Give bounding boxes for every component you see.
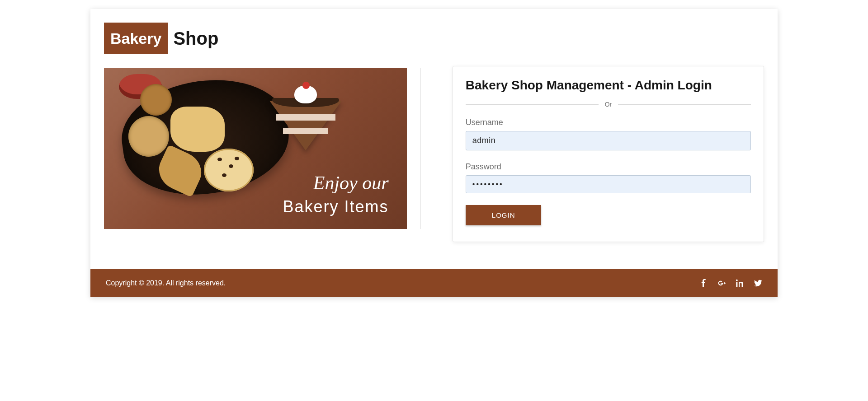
footer: Copyright © 2019. All rights reserved. bbox=[90, 269, 778, 297]
brand-text: Shop bbox=[173, 23, 218, 54]
cookie-shape bbox=[204, 149, 254, 191]
google-plus-icon bbox=[718, 279, 726, 287]
brand-logo: Bakery Shop bbox=[104, 23, 764, 54]
hero-column: Enjoy our Bakery Items bbox=[104, 68, 421, 229]
login-heading: Bakery Shop Management - Admin Login bbox=[466, 78, 751, 93]
cookie-shape bbox=[140, 84, 172, 116]
google-plus-link[interactable] bbox=[718, 279, 726, 287]
social-links bbox=[700, 279, 762, 287]
facebook-link[interactable] bbox=[700, 279, 708, 287]
username-field-group: Username bbox=[466, 118, 751, 150]
hero-script-text: Enjoy our bbox=[313, 172, 389, 194]
hero-image: Enjoy our Bakery Items bbox=[104, 68, 407, 229]
cookie-shape bbox=[170, 107, 225, 152]
username-label: Username bbox=[466, 118, 751, 127]
linkedin-link[interactable] bbox=[736, 279, 744, 287]
linkedin-icon bbox=[736, 279, 744, 287]
username-input[interactable] bbox=[466, 131, 751, 150]
footer-copyright: Copyright © 2019. All rights reserved. bbox=[106, 279, 226, 287]
cookie-shape bbox=[128, 116, 169, 157]
hero-sub-text: Bakery Items bbox=[283, 197, 389, 216]
login-panel: Bakery Shop Management - Admin Login Or … bbox=[453, 66, 764, 242]
login-divider: Or bbox=[466, 101, 751, 108]
facebook-icon bbox=[700, 279, 708, 287]
password-input[interactable] bbox=[466, 175, 751, 193]
main-columns: Enjoy our Bakery Items Bakery Shop Manag… bbox=[104, 68, 764, 269]
page-container: Bakery Shop bbox=[90, 9, 778, 297]
cake-shape bbox=[269, 87, 346, 155]
password-field-group: Password bbox=[466, 162, 751, 193]
divider-label: Or bbox=[605, 101, 612, 108]
twitter-link[interactable] bbox=[754, 279, 762, 287]
brand-badge: Bakery bbox=[104, 23, 168, 54]
login-button[interactable]: LOGIN bbox=[466, 205, 542, 225]
password-label: Password bbox=[466, 162, 751, 172]
twitter-icon bbox=[754, 279, 762, 287]
